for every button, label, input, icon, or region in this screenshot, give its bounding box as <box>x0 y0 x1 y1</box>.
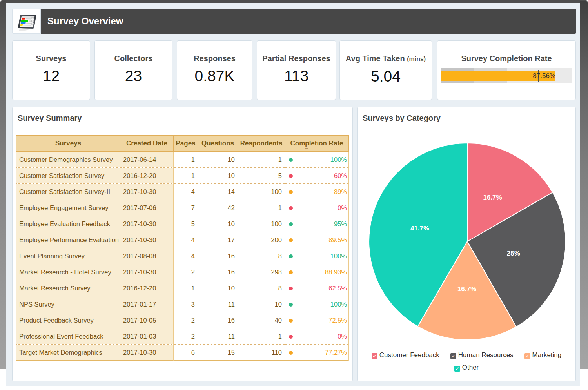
svg-text:16.7%: 16.7% <box>457 285 476 293</box>
svg-text:25%: 25% <box>507 250 520 257</box>
svg-text:41.7%: 41.7% <box>410 225 429 232</box>
svg-text:16.7%: 16.7% <box>483 194 502 201</box>
